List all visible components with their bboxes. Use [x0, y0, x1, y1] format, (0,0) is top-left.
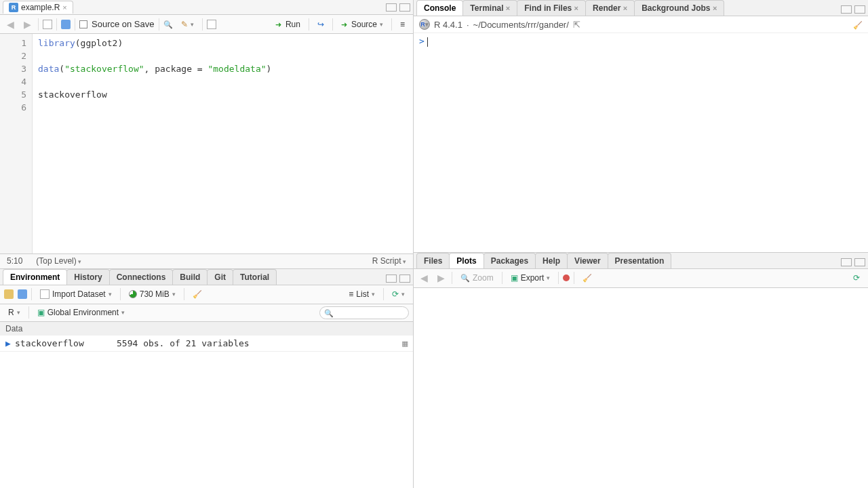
- show-in-new-window-icon[interactable]: [43, 20, 52, 29]
- list-icon: [349, 289, 353, 299]
- env-tab-bar: Environment History Connections Build Gi…: [0, 269, 413, 285]
- tab-terminal[interactable]: Terminal ×: [462, 0, 517, 16]
- env-scope[interactable]: ▣ Global Environment: [33, 306, 129, 319]
- tab-environment[interactable]: Environment: [3, 269, 67, 285]
- filetype-selector[interactable]: R Script: [372, 256, 406, 266]
- tab-tutorial[interactable]: Tutorial: [233, 269, 277, 285]
- scope-selector[interactable]: (Top Level): [36, 256, 81, 266]
- maximize-console-button[interactable]: [854, 5, 865, 14]
- source-on-save-label: Source on Save: [92, 19, 155, 29]
- minimize-env-button[interactable]: [386, 274, 397, 283]
- maximize-pane-button[interactable]: [399, 3, 410, 12]
- r-file-icon: R: [9, 3, 18, 12]
- console-prompt: >: [419, 36, 425, 46]
- plot-next-icon[interactable]: ▶: [435, 272, 448, 283]
- editor-toolbar: ◀ ▶ Source on Save Run Source: [0, 15, 413, 34]
- r-version: R 4.4.1: [434, 20, 462, 30]
- source-button[interactable]: Source: [337, 18, 387, 30]
- remove-plot-icon[interactable]: [563, 274, 570, 281]
- r-logo-icon[interactable]: R: [419, 19, 430, 30]
- plot-prev-icon[interactable]: ◀: [418, 272, 431, 283]
- console-header: R R 4.4.1 · ~/Documents/rrr/gander/ ⇱: [414, 16, 868, 33]
- save-icon[interactable]: [61, 20, 71, 29]
- env-data-row[interactable]: ▶ stackoverflow 5594 obs. of 21 variable…: [0, 336, 413, 352]
- tab-plots[interactable]: Plots: [449, 253, 484, 268]
- wd-popup-icon[interactable]: ⇱: [573, 20, 580, 30]
- minimize-pane-button[interactable]: [386, 3, 397, 12]
- tab-presentation[interactable]: Presentation: [608, 253, 672, 268]
- clear-workspace-icon[interactable]: [189, 289, 206, 300]
- close-icon[interactable]: ×: [574, 4, 578, 12]
- tab-connections[interactable]: Connections: [109, 269, 174, 285]
- zoom-button[interactable]: Zoom: [456, 272, 498, 284]
- console-body[interactable]: >: [414, 33, 868, 252]
- clear-plots-icon[interactable]: [578, 272, 596, 284]
- code-editor[interactable]: 123456 library(ggplot2) data("stackoverf…: [0, 34, 413, 253]
- plots-toolbar: ◀ ▶ Zoom ▣ Export: [414, 269, 868, 288]
- tab-viewer[interactable]: Viewer: [567, 253, 608, 268]
- env-search[interactable]: [319, 306, 409, 319]
- tab-history[interactable]: History: [66, 269, 109, 285]
- outline-icon[interactable]: [396, 18, 409, 30]
- console-tab-bar: Console Terminal × Find in Files × Rende…: [414, 0, 868, 16]
- plots-body: [414, 288, 868, 489]
- console-cursor: [427, 37, 428, 47]
- close-icon[interactable]: ×: [623, 4, 627, 12]
- source-icon: [341, 20, 349, 29]
- minimize-console-button[interactable]: [841, 5, 852, 14]
- tab-find-in-files[interactable]: Find in Files ×: [517, 0, 586, 16]
- code-tools-button[interactable]: [177, 18, 198, 30]
- view-data-icon[interactable]: ▦: [402, 338, 408, 348]
- close-icon[interactable]: ×: [713, 4, 717, 12]
- nav-back-icon[interactable]: ◀: [4, 19, 17, 30]
- search-icon: [324, 308, 334, 318]
- plots-tab-bar: Files Plots Packages Help Viewer Present…: [414, 253, 868, 269]
- source-on-save-checkbox[interactable]: [79, 20, 87, 28]
- tab-background-jobs[interactable]: Background Jobs ×: [634, 0, 724, 16]
- load-workspace-icon[interactable]: [4, 289, 14, 299]
- editor-tab-filename: example.R: [21, 3, 60, 12]
- language-scope[interactable]: R: [4, 306, 24, 319]
- minimize-plots-button[interactable]: [841, 258, 852, 266]
- maximize-plots-button[interactable]: [854, 258, 865, 266]
- rerun-icon: [317, 20, 324, 29]
- run-icon: [275, 20, 283, 29]
- find-replace-icon[interactable]: [163, 19, 173, 29]
- env-toolbar: Import Dataset 730 MiB List: [0, 285, 413, 304]
- compile-report-icon[interactable]: [207, 20, 216, 29]
- close-icon[interactable]: ×: [62, 3, 66, 12]
- env-scope-bar: R ▣ Global Environment: [0, 304, 413, 322]
- close-icon[interactable]: ×: [506, 4, 510, 12]
- tab-files[interactable]: Files: [416, 253, 450, 268]
- editor-tab-bar: R example.R ×: [0, 0, 413, 15]
- tab-render[interactable]: Render ×: [585, 0, 635, 16]
- editor-tab[interactable]: R example.R ×: [3, 1, 73, 14]
- rerun-button[interactable]: [313, 18, 328, 30]
- tab-console[interactable]: Console: [416, 0, 463, 16]
- clear-console-icon[interactable]: [853, 20, 863, 30]
- memory-usage-button[interactable]: 730 MiB: [125, 288, 180, 300]
- refresh-plot-icon[interactable]: [849, 272, 864, 284]
- view-mode-button[interactable]: List: [344, 288, 379, 300]
- refresh-env-button[interactable]: [388, 288, 409, 300]
- run-button[interactable]: Run: [271, 18, 304, 30]
- env-body: Data ▶ stackoverflow 5594 obs. of 21 var…: [0, 322, 413, 489]
- tab-help[interactable]: Help: [535, 253, 568, 268]
- env-var-desc: 5594 obs. of 21 variables: [117, 338, 402, 348]
- line-gutter: 123456: [0, 34, 33, 253]
- working-directory: ~/Documents/rrr/gander/: [473, 20, 569, 30]
- nav-forward-icon[interactable]: ▶: [21, 19, 34, 30]
- expand-icon[interactable]: ▶: [5, 338, 15, 348]
- maximize-env-button[interactable]: [399, 274, 410, 283]
- code-body[interactable]: library(ggplot2) data("stackoverflow", p…: [33, 34, 413, 253]
- import-dataset-button[interactable]: Import Dataset: [36, 288, 116, 300]
- tab-git[interactable]: Git: [207, 269, 233, 285]
- tab-packages[interactable]: Packages: [484, 253, 536, 268]
- tab-build[interactable]: Build: [172, 269, 208, 285]
- save-workspace-icon[interactable]: [18, 289, 27, 299]
- env-search-input[interactable]: [336, 308, 404, 317]
- cursor-position: 5:10: [7, 256, 22, 266]
- export-button[interactable]: ▣ Export: [507, 272, 555, 284]
- pie-chart-icon: [129, 290, 137, 298]
- editor-status-bar: 5:10 (Top Level) R Script: [0, 253, 413, 268]
